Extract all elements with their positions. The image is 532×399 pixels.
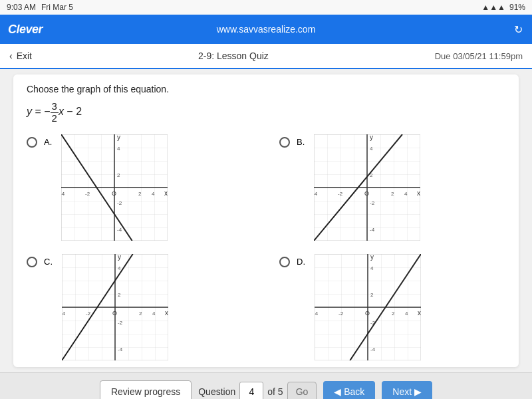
svg-text:y: y — [370, 134, 373, 141]
svg-text:O: O — [364, 190, 369, 197]
svg-text:y: y — [370, 254, 374, 261]
svg-text:-4: -4 — [61, 191, 65, 197]
svg-text:2: 2 — [392, 311, 395, 317]
svg-text:2: 2 — [139, 311, 142, 317]
svg-text:4: 4 — [404, 191, 408, 197]
of-label: of 5 — [267, 386, 283, 397]
question-number-input[interactable] — [239, 382, 263, 400]
date: Fri Mar 5 — [41, 3, 73, 12]
graph-b: x y O -4 -2 2 4 4 2 -2 -4 — [314, 134, 420, 241]
go-button[interactable]: Go — [287, 382, 317, 400]
refresh-button[interactable]: ↻ — [514, 23, 523, 36]
radio-b[interactable] — [279, 137, 290, 148]
svg-text:4: 4 — [405, 311, 408, 317]
question-instruction: Choose the graph of this equation. — [27, 84, 505, 94]
radio-d[interactable] — [279, 257, 290, 267]
review-progress-button[interactable]: Review progress — [100, 380, 192, 400]
svg-text:-2: -2 — [118, 320, 123, 326]
wifi-icon: ▲▲▲ — [481, 3, 505, 12]
radio-a[interactable] — [27, 137, 37, 148]
svg-text:x: x — [417, 190, 420, 197]
svg-text:y: y — [117, 134, 120, 141]
browser-header: Clever www.savvasrealize.com ↻ — [0, 15, 532, 44]
svg-text:2: 2 — [138, 191, 142, 197]
svg-text:x: x — [164, 190, 168, 197]
radio-c[interactable] — [27, 257, 37, 267]
svg-text:-2: -2 — [86, 311, 91, 317]
question-label: Question — [198, 386, 235, 397]
svg-text:-2: -2 — [338, 311, 344, 317]
svg-text:-2: -2 — [117, 200, 122, 206]
bottom-toolbar: Review progress Question of 5 Go ◀ Back … — [0, 372, 532, 399]
graph-d: x y O -4 -2 2 4 4 2 -2 -4 — [315, 254, 421, 360]
svg-text:-4: -4 — [62, 311, 66, 317]
svg-text:x: x — [165, 309, 168, 317]
svg-text:4: 4 — [117, 146, 120, 152]
question-content: Choose the graph of this equation. y = −… — [13, 74, 519, 367]
lesson-title: 2-9: Lesson Quiz — [198, 51, 269, 61]
lesson-nav-bar: ‹ Exit 2-9: Lesson Quiz Due 03/05/21 11:… — [0, 44, 532, 69]
svg-text:-4: -4 — [118, 346, 123, 352]
exit-label: Exit — [17, 51, 32, 61]
svg-text:-4: -4 — [370, 346, 376, 352]
time: 9:03 AM — [7, 3, 36, 12]
back-button[interactable]: ◀ Back — [323, 381, 375, 400]
svg-text:O: O — [365, 310, 370, 317]
option-c: C. x y O -4 -2 2 — [27, 254, 253, 360]
due-date: Due 03/05/21 11:59pm — [435, 51, 523, 61]
svg-text:-2: -2 — [370, 200, 375, 206]
svg-text:x: x — [418, 309, 421, 317]
svg-text:-4: -4 — [314, 191, 318, 197]
svg-text:2: 2 — [370, 292, 374, 298]
svg-text:2: 2 — [117, 172, 120, 178]
graph-c: x y O -4 -2 2 4 4 2 -2 -4 — [62, 254, 168, 360]
svg-text:4: 4 — [152, 311, 156, 317]
option-b: B. x y O -4 -2 2 — [279, 134, 505, 241]
svg-text:4: 4 — [370, 146, 373, 152]
label-a: A. — [44, 137, 52, 147]
label-b: B. — [297, 137, 305, 147]
next-button[interactable]: Next ▶ — [382, 381, 432, 400]
graph-options: A. x y O — [27, 134, 505, 360]
svg-text:-4: -4 — [315, 311, 319, 317]
option-d: D. x y O -4 -2 2 — [279, 254, 505, 360]
svg-text:y: y — [118, 254, 121, 261]
svg-text:-2: -2 — [85, 191, 90, 197]
url-bar[interactable]: www.savvasrealize.com — [217, 24, 316, 35]
svg-text:4: 4 — [370, 265, 374, 271]
svg-text:4: 4 — [152, 191, 155, 197]
label-c: C. — [44, 257, 53, 267]
clever-logo: Clever — [8, 23, 43, 37]
svg-text:4: 4 — [118, 265, 121, 271]
svg-text:2: 2 — [391, 191, 394, 197]
svg-text:-2: -2 — [338, 191, 343, 197]
equation-display: y = −32x − 2 — [27, 101, 505, 124]
back-arrow-icon: ‹ — [9, 51, 13, 61]
svg-text:2: 2 — [118, 292, 121, 298]
question-navigator: Question of 5 Go — [198, 382, 317, 400]
svg-text:-4: -4 — [117, 227, 122, 233]
exit-button[interactable]: ‹ Exit — [9, 51, 32, 61]
svg-text:-4: -4 — [370, 227, 375, 233]
status-bar: 9:03 AM Fri Mar 5 ▲▲▲ 91% — [0, 0, 532, 15]
graph-a: x y O -4 -2 2 4 4 2 -2 -4 — [61, 134, 168, 241]
svg-text:O: O — [112, 310, 117, 317]
option-a: A. x y O — [27, 134, 253, 241]
battery-indicator: 91% — [509, 3, 525, 12]
svg-text:O: O — [112, 190, 116, 197]
label-d: D. — [297, 257, 305, 267]
